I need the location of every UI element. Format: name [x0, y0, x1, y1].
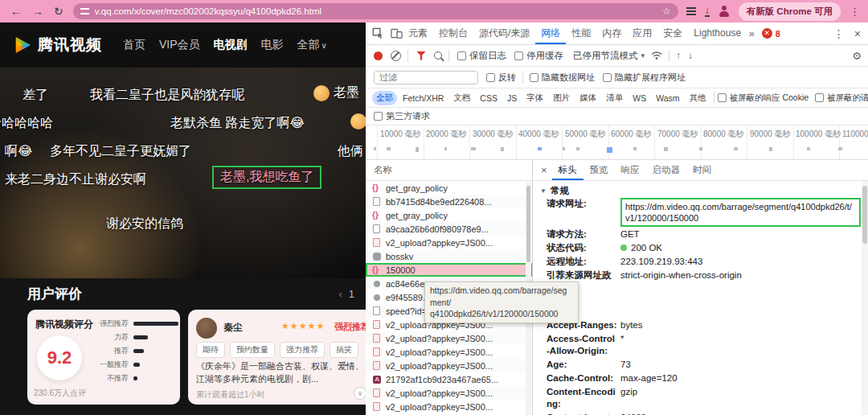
tencent-video-logo[interactable]: 腾讯视频 [13, 35, 102, 55]
bar [133, 376, 137, 380]
more-tabs-icon[interactable]: » [747, 28, 757, 39]
tab-response[interactable]: 响应 [615, 160, 646, 180]
tab-lighthouse[interactable]: Lighthouse [688, 23, 747, 44]
tag[interactable]: 搞笑 [330, 342, 358, 358]
timeline-activity-mark [471, 147, 476, 150]
chrome-update-badge[interactable]: 有新版 Chrome 可用 [739, 2, 841, 21]
request-row[interactable]: bosskv [366, 249, 532, 263]
request-row[interactable]: v2_upload?appkey=JS00... [366, 345, 532, 359]
nav-movies[interactable]: 电影 [261, 38, 284, 52]
invert-checkbox[interactable]: 反转 [486, 72, 516, 84]
downloads-icon[interactable]: ↓ [705, 6, 710, 17]
chip-wasm[interactable]: Wasm [652, 92, 683, 105]
third-party-checkbox[interactable]: 第三方请求 [374, 110, 430, 122]
refresh-icon[interactable]: ↻ [54, 0, 63, 23]
search-icon[interactable] [434, 51, 442, 60]
bookmark-star-icon[interactable]: ☆ [662, 6, 671, 17]
reviews-pager[interactable]: ‹1 [338, 288, 354, 300]
url-text[interactable]: v.qq.com/x/cover/mzc002002kqssyu/q4100dp… [95, 6, 321, 16]
device-toolbar-icon[interactable] [391, 27, 403, 39]
request-row[interactable]: a9caa26b6d0f980978e9... [366, 222, 532, 236]
request-row[interactable]: get_gray_policy [366, 208, 532, 222]
tab-elements[interactable]: 元素 [403, 23, 433, 44]
chip-doc[interactable]: 文档 [449, 91, 474, 105]
request-row[interactable]: v2_upload?appkey=JS00... [366, 359, 532, 372]
browser-toolbar: ← → ↻ v.qq.com/x/cover/mzc002002kqssyu/q… [0, 0, 868, 23]
back-icon[interactable]: ← [10, 0, 22, 23]
chip-all[interactable]: 全部 [372, 91, 397, 105]
nav-all[interactable]: 全部∨ [297, 38, 327, 52]
import-har-icon[interactable]: ↑ [676, 50, 681, 61]
reading-list-icon[interactable] [686, 10, 696, 12]
record-icon[interactable] [374, 51, 383, 60]
nav-tv-series[interactable]: 电视剧 [214, 38, 248, 52]
devtools-menu-icon[interactable]: ⋮ [833, 27, 845, 40]
blocked-cookies-checkbox[interactable]: 被屏蔽的响应 Cookie [718, 92, 809, 104]
chip-ws[interactable]: WS [628, 92, 650, 105]
tab-network[interactable]: 网络 [535, 23, 566, 44]
errors-badge[interactable]: ✕8 [762, 28, 780, 39]
export-har-icon[interactable]: ↓ [688, 50, 693, 61]
tag[interactable]: 期待 [196, 342, 225, 358]
network-conditions-icon[interactable] [651, 51, 662, 60]
user-review-card[interactable]: 秦尘 ★★★★★ 强烈推荐 期待 预约数量 强力推荐 搞笑 《庆余年》是一部融合… [188, 310, 366, 405]
request-row[interactable]: bb7415d84be9ed226408... [366, 195, 532, 208]
general-section-header[interactable]: ▼常规 [534, 184, 861, 197]
chip-manifest[interactable]: 清单 [602, 91, 627, 105]
request-row[interactable]: 21792af1cb9d23a467ae65... [366, 372, 532, 386]
inspect-element-icon[interactable] [372, 27, 384, 39]
video-player[interactable]: 差了 我看二皇子也是风韵犹存呢 老墨 哈哈哈哈哈 老默杀鱼 路走宽了啊😂 老 啊… [0, 68, 366, 278]
chip-css[interactable]: CSS [476, 92, 502, 105]
request-url-value[interactable]: https://dm.video.qq.com/barrage/segment/… [620, 198, 861, 227]
tab-headers[interactable]: 标头 [552, 160, 583, 180]
nav-home[interactable]: 首页 [123, 38, 145, 52]
throttling-select[interactable]: 已停用节流模式▾ [573, 50, 645, 62]
chip-js[interactable]: JS [503, 92, 521, 105]
review-tags: 期待 预约数量 强力推荐 搞笑 [196, 342, 358, 358]
devtools-close-icon[interactable]: × [854, 27, 861, 40]
chip-font[interactable]: 字体 [522, 91, 547, 105]
disable-cache-checkbox[interactable]: 停用缓存 [514, 50, 563, 62]
blocked-requests-checkbox[interactable]: 被屏蔽的请求 [815, 92, 868, 104]
filter-funnel-icon[interactable] [416, 51, 426, 60]
tag[interactable]: 预约数量 [230, 342, 275, 358]
clear-icon[interactable] [391, 51, 401, 61]
tab-sources[interactable]: 源代码/来源 [473, 23, 535, 44]
tag[interactable]: 强力推荐 [280, 342, 325, 358]
request-row-selected[interactable]: 150000 [366, 263, 532, 277]
tab-security[interactable]: 安全 [657, 23, 688, 44]
tab-timing[interactable]: 时间 [686, 160, 718, 180]
tab-memory[interactable]: 内存 [596, 23, 627, 44]
chip-fetch-xhr[interactable]: Fetch/XHR [399, 92, 448, 105]
profile-icon[interactable] [719, 6, 730, 17]
address-bar[interactable]: v.qq.com/x/cover/mzc002002kqssyu/q4100dp… [73, 3, 678, 19]
preserve-log-checkbox[interactable]: 保留日志 [457, 50, 506, 62]
request-row[interactable]: v2_upload?appkey=JS00... [366, 331, 532, 345]
chip-other[interactable]: 其他 [686, 91, 710, 105]
hide-data-urls-checkbox[interactable]: 隐藏数据网址 [530, 72, 595, 84]
chevron-left-icon[interactable]: ‹ [338, 288, 342, 300]
browser-menu-icon[interactable]: ⋮ [850, 6, 860, 18]
tab-initiator[interactable]: 启动器 [646, 160, 687, 180]
network-settings-gear-icon[interactable]: ⚙ [852, 50, 862, 62]
tab-performance[interactable]: 性能 [566, 23, 596, 44]
details-scrollbar[interactable] [862, 181, 868, 415]
site-settings-icon[interactable] [80, 8, 89, 14]
network-overview-timeline[interactable]: 10000 毫秒 20000 毫秒 30000 毫秒 40000 毫秒 5000… [366, 125, 868, 160]
tab-console[interactable]: 控制台 [433, 23, 473, 44]
nav-vip[interactable]: VIP会员 [159, 38, 200, 52]
request-row[interactable]: v2_upload?appkey=JS00... [366, 236, 532, 249]
hide-extension-urls-checkbox[interactable]: 隐藏扩展程序网址 [603, 72, 686, 84]
request-row[interactable]: v2_upload?appkey=JS00... [366, 400, 532, 413]
chip-img[interactable]: 图片 [549, 91, 574, 105]
request-row[interactable]: get_gray_policy [366, 181, 532, 195]
tab-application[interactable]: 应用 [627, 23, 657, 44]
name-column-header[interactable]: 名称 [366, 160, 532, 181]
filter-input[interactable] [374, 71, 478, 84]
request-row[interactable]: v2_upload?appkey=JS00... [366, 386, 532, 400]
tab-preview[interactable]: 预览 [583, 160, 615, 180]
forward-icon[interactable]: → [32, 0, 43, 23]
chip-media[interactable]: 媒体 [575, 91, 600, 105]
expand-icon[interactable]: ∨ [354, 387, 366, 400]
close-details-icon[interactable]: × [541, 164, 547, 176]
